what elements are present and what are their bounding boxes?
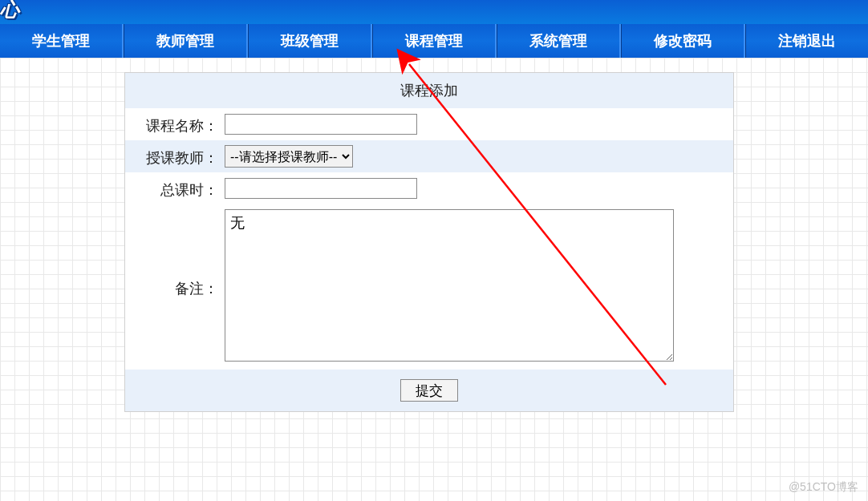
- form-title: 课程添加: [125, 73, 733, 108]
- label-teacher: 授课教师：: [125, 145, 221, 168]
- logo-fragment: 心: [0, 0, 18, 22]
- nav-system-mgmt[interactable]: 系统管理: [497, 24, 621, 58]
- nav-logout[interactable]: 注销退出: [745, 24, 868, 58]
- header-banner: 心: [0, 0, 868, 24]
- course-add-panel: 课程添加 课程名称： 授课教师： --请选择授课教师-- 总课时： 备注： 提交: [124, 72, 734, 412]
- select-teacher[interactable]: --请选择授课教师--: [225, 145, 353, 168]
- main-nav: 学生管理 教师管理 班级管理 课程管理 系统管理 修改密码 注销退出: [0, 24, 868, 58]
- input-course-name[interactable]: [225, 114, 417, 135]
- row-teacher: 授课教师： --请选择授课教师--: [125, 140, 733, 172]
- label-course-name: 课程名称：: [125, 113, 221, 135]
- row-hours: 总课时：: [125, 172, 733, 204]
- watermark: @51CTO博客: [789, 480, 858, 495]
- nav-course-mgmt[interactable]: 课程管理: [372, 24, 497, 58]
- label-hours: 总课时：: [125, 177, 221, 200]
- row-submit: 提交: [125, 370, 733, 411]
- nav-teacher-mgmt[interactable]: 教师管理: [124, 24, 248, 58]
- nav-student-mgmt[interactable]: 学生管理: [0, 24, 124, 58]
- submit-button[interactable]: 提交: [400, 379, 458, 402]
- nav-class-mgmt[interactable]: 班级管理: [248, 24, 372, 58]
- input-hours[interactable]: [225, 178, 417, 199]
- row-remark: 备注：: [125, 204, 733, 370]
- textarea-remark[interactable]: [225, 209, 674, 362]
- row-course-name: 课程名称：: [125, 108, 733, 140]
- nav-change-password[interactable]: 修改密码: [621, 24, 745, 58]
- label-remark: 备注：: [125, 276, 221, 298]
